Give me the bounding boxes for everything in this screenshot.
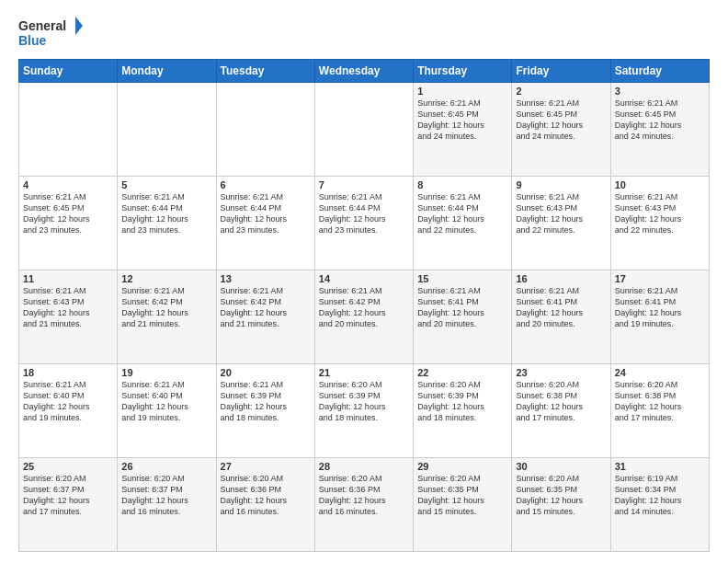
day-number: 9: [516, 179, 606, 190]
day-number: 2: [516, 86, 606, 97]
svg-text:Blue: Blue: [18, 33, 47, 48]
week-row-5: 25Sunrise: 6:20 AM Sunset: 6:37 PM Dayli…: [19, 458, 710, 552]
day-number: 16: [516, 273, 606, 284]
cell-0-4: 1Sunrise: 6:21 AM Sunset: 6:45 PM Daylig…: [414, 83, 512, 177]
day-info: Sunrise: 6:21 AM Sunset: 6:42 PM Dayligh…: [319, 285, 409, 330]
cell-3-4: 22Sunrise: 6:20 AM Sunset: 6:39 PM Dayli…: [414, 364, 512, 458]
day-info: Sunrise: 6:21 AM Sunset: 6:42 PM Dayligh…: [121, 285, 211, 330]
day-info: Sunrise: 6:21 AM Sunset: 6:45 PM Dayligh…: [23, 191, 113, 236]
svg-marker-2: [75, 17, 83, 35]
cell-0-2: [216, 83, 314, 177]
header-tuesday: Tuesday: [216, 60, 314, 83]
cell-0-3: [314, 83, 413, 177]
day-number: 10: [615, 179, 705, 190]
day-info: Sunrise: 6:20 AM Sunset: 6:37 PM Dayligh…: [121, 473, 211, 518]
cell-1-2: 6Sunrise: 6:21 AM Sunset: 6:44 PM Daylig…: [216, 177, 314, 270]
day-number: 4: [23, 179, 113, 190]
weekday-header-row: SundayMondayTuesdayWednesdayThursdayFrid…: [19, 60, 710, 83]
cell-4-2: 27Sunrise: 6:20 AM Sunset: 6:36 PM Dayli…: [216, 458, 314, 552]
day-info: Sunrise: 6:21 AM Sunset: 6:40 PM Dayligh…: [23, 379, 113, 424]
cell-0-5: 2Sunrise: 6:21 AM Sunset: 6:45 PM Daylig…: [512, 83, 610, 177]
cell-2-3: 14Sunrise: 6:21 AM Sunset: 6:42 PM Dayli…: [314, 270, 413, 364]
cell-1-6: 10Sunrise: 6:21 AM Sunset: 6:43 PM Dayli…: [610, 177, 709, 270]
cell-1-0: 4Sunrise: 6:21 AM Sunset: 6:45 PM Daylig…: [19, 177, 118, 270]
header-wednesday: Wednesday: [314, 60, 413, 83]
cell-4-1: 26Sunrise: 6:20 AM Sunset: 6:37 PM Dayli…: [118, 458, 216, 552]
cell-2-1: 12Sunrise: 6:21 AM Sunset: 6:42 PM Dayli…: [118, 270, 216, 364]
cell-0-0: [19, 83, 118, 177]
logo: General Blue: [18, 15, 83, 52]
day-number: 3: [615, 86, 705, 97]
day-info: Sunrise: 6:21 AM Sunset: 6:39 PM Dayligh…: [221, 379, 311, 424]
day-info: Sunrise: 6:21 AM Sunset: 6:43 PM Dayligh…: [23, 285, 113, 330]
logo-svg: General Blue: [18, 15, 83, 52]
cell-3-2: 20Sunrise: 6:21 AM Sunset: 6:39 PM Dayli…: [216, 364, 314, 458]
day-info: Sunrise: 6:20 AM Sunset: 6:38 PM Dayligh…: [615, 379, 705, 424]
day-number: 11: [23, 273, 113, 284]
day-number: 6: [221, 179, 311, 190]
day-info: Sunrise: 6:20 AM Sunset: 6:35 PM Dayligh…: [417, 473, 507, 518]
cell-3-5: 23Sunrise: 6:20 AM Sunset: 6:38 PM Dayli…: [512, 364, 610, 458]
day-number: 26: [121, 461, 211, 472]
cell-2-0: 11Sunrise: 6:21 AM Sunset: 6:43 PM Dayli…: [19, 270, 118, 364]
cell-3-3: 21Sunrise: 6:20 AM Sunset: 6:39 PM Dayli…: [314, 364, 413, 458]
svg-text:General: General: [18, 18, 66, 33]
day-info: Sunrise: 6:21 AM Sunset: 6:40 PM Dayligh…: [121, 379, 211, 424]
day-info: Sunrise: 6:21 AM Sunset: 6:43 PM Dayligh…: [615, 191, 705, 236]
day-info: Sunrise: 6:21 AM Sunset: 6:44 PM Dayligh…: [417, 191, 507, 236]
cell-4-6: 31Sunrise: 6:19 AM Sunset: 6:34 PM Dayli…: [610, 458, 709, 552]
day-number: 29: [417, 461, 507, 472]
day-number: 18: [23, 367, 113, 378]
calendar-table: SundayMondayTuesdayWednesdayThursdayFrid…: [18, 59, 710, 552]
day-info: Sunrise: 6:21 AM Sunset: 6:44 PM Dayligh…: [221, 191, 311, 236]
header-sunday: Sunday: [19, 60, 118, 83]
day-info: Sunrise: 6:21 AM Sunset: 6:43 PM Dayligh…: [516, 191, 606, 236]
cell-0-1: [118, 83, 216, 177]
day-info: Sunrise: 6:20 AM Sunset: 6:36 PM Dayligh…: [319, 473, 409, 518]
cell-1-4: 8Sunrise: 6:21 AM Sunset: 6:44 PM Daylig…: [414, 177, 512, 270]
day-info: Sunrise: 6:21 AM Sunset: 6:45 PM Dayligh…: [417, 98, 507, 143]
cell-4-4: 29Sunrise: 6:20 AM Sunset: 6:35 PM Dayli…: [414, 458, 512, 552]
cell-1-1: 5Sunrise: 6:21 AM Sunset: 6:44 PM Daylig…: [118, 177, 216, 270]
day-number: 1: [417, 86, 507, 97]
header-thursday: Thursday: [414, 60, 512, 83]
day-number: 13: [221, 273, 311, 284]
cell-2-5: 16Sunrise: 6:21 AM Sunset: 6:41 PM Dayli…: [512, 270, 610, 364]
day-info: Sunrise: 6:21 AM Sunset: 6:41 PM Dayligh…: [615, 285, 705, 330]
day-info: Sunrise: 6:21 AM Sunset: 6:45 PM Dayligh…: [516, 98, 606, 143]
day-number: 5: [121, 179, 211, 190]
day-number: 24: [615, 367, 705, 378]
day-info: Sunrise: 6:20 AM Sunset: 6:39 PM Dayligh…: [417, 379, 507, 424]
day-number: 25: [23, 461, 113, 472]
day-info: Sunrise: 6:21 AM Sunset: 6:45 PM Dayligh…: [615, 98, 705, 143]
day-number: 31: [615, 461, 705, 472]
day-number: 22: [417, 367, 507, 378]
cell-2-2: 13Sunrise: 6:21 AM Sunset: 6:42 PM Dayli…: [216, 270, 314, 364]
cell-4-5: 30Sunrise: 6:20 AM Sunset: 6:35 PM Dayli…: [512, 458, 610, 552]
cell-1-3: 7Sunrise: 6:21 AM Sunset: 6:44 PM Daylig…: [314, 177, 413, 270]
day-info: Sunrise: 6:21 AM Sunset: 6:44 PM Dayligh…: [121, 191, 211, 236]
cell-2-4: 15Sunrise: 6:21 AM Sunset: 6:41 PM Dayli…: [414, 270, 512, 364]
day-info: Sunrise: 6:20 AM Sunset: 6:37 PM Dayligh…: [23, 473, 113, 518]
cell-4-3: 28Sunrise: 6:20 AM Sunset: 6:36 PM Dayli…: [314, 458, 413, 552]
week-row-4: 18Sunrise: 6:21 AM Sunset: 6:40 PM Dayli…: [19, 364, 710, 458]
page: General Blue SundayMondayTuesdayWednesda…: [0, 0, 728, 563]
day-info: Sunrise: 6:21 AM Sunset: 6:41 PM Dayligh…: [516, 285, 606, 330]
day-number: 30: [516, 461, 606, 472]
day-info: Sunrise: 6:20 AM Sunset: 6:39 PM Dayligh…: [319, 379, 409, 424]
cell-1-5: 9Sunrise: 6:21 AM Sunset: 6:43 PM Daylig…: [512, 177, 610, 270]
week-row-2: 4Sunrise: 6:21 AM Sunset: 6:45 PM Daylig…: [19, 177, 710, 270]
day-number: 7: [319, 179, 409, 190]
cell-4-0: 25Sunrise: 6:20 AM Sunset: 6:37 PM Dayli…: [19, 458, 118, 552]
day-info: Sunrise: 6:21 AM Sunset: 6:41 PM Dayligh…: [417, 285, 507, 330]
day-info: Sunrise: 6:19 AM Sunset: 6:34 PM Dayligh…: [615, 473, 705, 518]
day-number: 19: [121, 367, 211, 378]
day-number: 12: [121, 273, 211, 284]
header: General Blue: [18, 15, 710, 52]
header-saturday: Saturday: [610, 60, 709, 83]
day-number: 15: [417, 273, 507, 284]
day-number: 28: [319, 461, 409, 472]
day-info: Sunrise: 6:21 AM Sunset: 6:44 PM Dayligh…: [319, 191, 409, 236]
day-number: 20: [221, 367, 311, 378]
cell-3-6: 24Sunrise: 6:20 AM Sunset: 6:38 PM Dayli…: [610, 364, 709, 458]
